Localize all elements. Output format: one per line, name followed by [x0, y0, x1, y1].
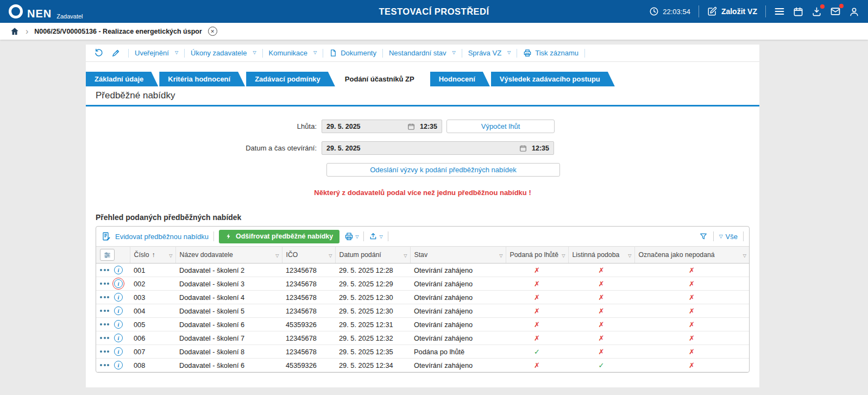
document-icon [329, 49, 337, 57]
row-menu-icon[interactable] [100, 296, 109, 298]
tab-podani-ucastniku-zp[interactable]: Podání účastníků ZP [336, 72, 429, 86]
column-filter-icon[interactable] [743, 251, 746, 259]
printer-icon [523, 49, 532, 58]
grid-header-datum[interactable]: Datum podání [335, 247, 410, 264]
info-icon[interactable]: i [114, 266, 123, 274]
tab-zadavaci-podminky[interactable]: Zadávací podmínky [246, 72, 335, 86]
toolbar-item-label: Uveřejnění [135, 49, 169, 57]
create-vz-button[interactable]: Založit VZ [707, 7, 757, 16]
cell-nepodana: ✗ [634, 291, 749, 304]
row-menu-icon[interactable] [100, 269, 109, 271]
cell-ico: 12345678 [282, 331, 335, 345]
row-menu-icon[interactable] [100, 283, 109, 285]
cell-datum: 29. 5. 2025 12:31 [335, 318, 410, 331]
filter-icon[interactable] [699, 232, 708, 241]
home-icon[interactable] [10, 27, 20, 36]
register-bid-link[interactable]: Evidovat předběžnou nabídku [102, 231, 209, 241]
tab-hodnoceni[interactable]: Hodnocení [430, 72, 490, 86]
grid-header-po-lhute[interactable]: Podaná po lhůtě [506, 247, 568, 264]
column-settings-icon[interactable] [100, 249, 115, 261]
info-icon[interactable]: i [114, 347, 123, 356]
breadcrumb-close-icon[interactable]: ✕ [208, 27, 217, 36]
user-icon[interactable] [849, 7, 859, 17]
table-row[interactable]: i 007 Dodavatel - školení 8 12345678 29.… [96, 345, 749, 359]
row-menu-icon[interactable] [100, 310, 109, 312]
column-filter-icon[interactable] [169, 251, 172, 259]
view-all-dropdown[interactable]: Vše [719, 233, 738, 241]
row-menu-icon[interactable] [100, 364, 109, 366]
info-icon[interactable]: i [114, 306, 123, 315]
calendar-icon[interactable] [793, 7, 803, 17]
export-menu[interactable] [369, 232, 382, 241]
toolbar-item-nestandardni-stav[interactable]: Nestandardní stav [387, 49, 458, 57]
toolbar-item-sprava-vz[interactable]: Správa VZ [466, 49, 513, 57]
row-menu-icon[interactable] [100, 350, 109, 353]
info-icon[interactable]: i [114, 320, 123, 329]
grid-header-nepodana[interactable]: Označena jako nepodaná [634, 247, 749, 264]
toolbar-item-ukony-zadavatele[interactable]: Úkony zadavatele [188, 49, 259, 57]
tab-kriteria-hodnoceni[interactable]: Kritéria hodnocení [159, 72, 245, 86]
mail-icon[interactable] [830, 6, 841, 17]
toolbar-item-komunikace[interactable]: Komunikace [267, 49, 319, 57]
breadcrumb: › N006/25/V00005136 - Realizace energeti… [0, 23, 868, 40]
view-all-label: Vše [726, 233, 738, 241]
grid-header-cislo[interactable]: Číslo↑ [130, 247, 175, 264]
nen-logo[interactable]: NEN Zadavatel [9, 4, 83, 19]
edit-pencil-icon[interactable] [108, 48, 124, 58]
info-icon[interactable]: i [114, 334, 123, 342]
column-filter-icon[interactable] [499, 251, 502, 259]
calendar-icon[interactable] [407, 123, 415, 130]
table-row[interactable]: i 001 Dodavatel - školení 2 12345678 29.… [96, 264, 749, 277]
cell-cislo: 004 [130, 304, 175, 318]
table-row[interactable]: i 004 Dodavatel - školení 5 12345678 29.… [96, 304, 749, 318]
column-filter-icon[interactable] [628, 251, 631, 259]
table-row[interactable]: i 008 Dodavatel - školení 6 45359326 29.… [96, 359, 749, 372]
history-icon[interactable] [90, 48, 108, 58]
row-menu-icon[interactable] [100, 323, 109, 325]
tab-zakladni-udaje[interactable]: Základní údaje [86, 72, 158, 86]
table-row[interactable]: i 005 Dodavatel - školení 6 45359326 29.… [96, 318, 749, 331]
table-row[interactable]: i 002 Dodavatel - školení 3 12345678 29.… [96, 277, 749, 291]
table-row[interactable]: i 006 Dodavatel - školení 7 12345678 29.… [96, 331, 749, 345]
toolbar-item-tisk-zaznamu[interactable]: Tisk záznamu [521, 49, 581, 58]
grid-header-row: Číslo↑ Název dodavatele IČO Datum podání… [96, 247, 749, 264]
page-title: Předběžné nabídky [96, 90, 175, 101]
cell-stav: Podána po lhůtě [410, 345, 506, 359]
cell-actions: i [96, 291, 130, 304]
table-row[interactable]: i 003 Dodavatel - školení 4 12345678 29.… [96, 291, 749, 304]
toolbar-item-label: Tisk záznamu [535, 49, 578, 57]
column-filter-icon[interactable] [404, 251, 407, 259]
grid-header-listinna[interactable]: Listinná podoba [568, 247, 634, 264]
printer-icon [344, 232, 354, 241]
info-icon[interactable]: i [114, 293, 123, 302]
deadline-datetime-input[interactable]: 29. 5. 2025 12:35 [322, 120, 442, 133]
column-filter-icon[interactable] [562, 251, 565, 259]
breadcrumb-item[interactable]: N006/25/V00005136 - Realizace energetick… [34, 28, 202, 35]
downloads-icon[interactable] [812, 7, 822, 17]
grid-header-nazev[interactable]: Název dodavatele [175, 247, 282, 264]
calc-deadlines-button[interactable]: Výpočet lhůt [446, 120, 555, 133]
row-menu-icon[interactable] [100, 337, 109, 339]
cell-po-lhute: ✗ [506, 318, 568, 331]
opening-datetime-input[interactable]: 29. 5. 2025 12:35 [322, 141, 554, 155]
header-separator [765, 5, 766, 17]
cell-actions: i [96, 304, 130, 318]
column-filter-icon[interactable] [329, 251, 332, 259]
record-toolbar: Uveřejnění Úkony zadavatele Komunikace D… [86, 45, 759, 62]
menu-icon[interactable] [774, 6, 785, 17]
grid-header-ico[interactable]: IČO [282, 247, 335, 264]
tab-vysledek-zadavaciho-postupu[interactable]: Výsledek zadávacího postupu [491, 72, 615, 86]
print-menu[interactable] [344, 232, 358, 241]
calendar-icon[interactable] [519, 145, 527, 152]
cell-listinna: ✓ [568, 359, 634, 372]
info-icon[interactable]: i [114, 361, 123, 369]
grid-header-stav[interactable]: Stav [410, 247, 506, 264]
info-icon[interactable]: i [114, 279, 123, 288]
column-filter-icon[interactable] [275, 251, 279, 259]
toolbar-item-dokumenty[interactable]: Dokumenty [327, 49, 379, 57]
decrypt-bids-button[interactable]: Odšifrovat předběžné nabídky [219, 230, 339, 243]
toolbar-item-uverejneni[interactable]: Uveřejnění [133, 49, 180, 57]
send-invitation-button[interactable]: Odeslání výzvy k podání předběžných nabí… [326, 163, 560, 177]
deadline-label: Lhůta: [86, 122, 322, 130]
cell-nazev: Dodavatel - školení 6 [175, 359, 282, 372]
